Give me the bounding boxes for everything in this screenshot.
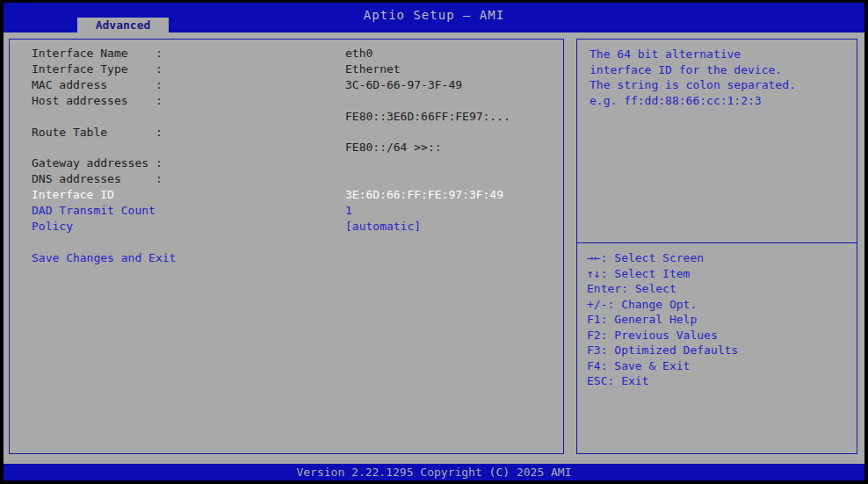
text-line: F1: General Help [587,312,853,328]
setting-value [345,235,558,250]
setting-value: FE80::3E6D:66FF:FE97:... [345,109,558,125]
text-line: F3: Optimized Defaults [587,343,853,358]
setting-row[interactable]: Save Changes and Exit [32,250,558,266]
bios-screen: Aptio Setup – AMI Advanced Interface Nam… [0,0,868,484]
setting-value: [automatic] [345,219,558,235]
main-panel: Interface Name : eth0 Interface Type : E… [4,33,864,464]
text-line: →←: Select Screen [587,250,853,266]
text-line: ESC: Exit [587,373,853,389]
setting-row: DNS addresses : [32,171,558,187]
setting-row [32,235,558,250]
setting-label [32,140,345,155]
text-line: ↑↓: Select Item [587,266,853,282]
setting-row: Gateway addresses : [32,155,558,171]
setting-value: Ethernet [345,61,558,77]
setting-label [32,235,345,250]
setting-label: Host addresses : [32,93,345,109]
setting-value: FE80::/64 >>:: [345,140,558,155]
tab-advanced[interactable]: Advanced [77,18,169,33]
setting-label: Interface Type : [32,61,345,77]
text-line: +/-: Change Opt. [587,297,853,313]
setting-label: Interface ID [32,187,345,203]
setting-label: Route Table : [32,125,345,141]
setting-value: eth0 [345,46,558,61]
setting-value: 1 [345,203,558,219]
setting-value: 3E:6D:66:FF:FE:97:3F:49 [345,187,558,203]
setting-value [345,155,558,171]
text-line: F2: Previous Values [587,328,853,343]
text-line: e.g. ff:dd:88:66:cc:1:2:3 [590,93,853,109]
text-line: The string is colon separated. [590,77,853,93]
text-line: interface ID for the device. [590,62,853,78]
setting-row: MAC address : 3C-6D-66-97-3F-49 [32,77,558,93]
setting-label: MAC address : [32,77,345,93]
setting-value [345,93,558,109]
help-text: The 64 bit alternativeinterface ID for t… [590,47,853,108]
setting-value [345,171,558,187]
setting-label: DNS addresses : [32,171,345,187]
setting-label: Save Changes and Exit [32,250,345,266]
setting-row[interactable]: Interface ID 3E:6D:66:FF:FE:97:3F:49 [32,187,558,203]
text-line: F4: Save & Exit [587,358,853,374]
setting-row: Interface Type : Ethernet [32,61,558,77]
setting-value [345,125,558,141]
setting-row: Host addresses : [32,93,558,109]
setting-row: FE80::3E6D:66FF:FE97:... [32,109,558,125]
text-line: The 64 bit alternative [590,47,853,62]
setting-row: Route Table : [32,125,558,141]
setting-label: Interface Name : [32,46,345,61]
setting-label: Policy [32,219,345,235]
setting-value: 3C-6D-66-97-3F-49 [345,77,558,93]
setting-label: DAD Transmit Count [32,203,345,219]
settings-panel: Interface Name : eth0 Interface Type : E… [9,39,564,454]
help-panel: The 64 bit alternativeinterface ID for t… [576,39,857,454]
settings-rows: Interface Name : eth0 Interface Type : E… [32,46,558,266]
setting-row: Interface Name : eth0 [32,46,558,61]
setting-label: Gateway addresses : [32,155,345,171]
help-divider [577,242,857,243]
setting-row[interactable]: DAD Transmit Count 1 [32,203,558,219]
setting-row: FE80::/64 >>:: [32,140,558,155]
setting-label [32,109,345,125]
footer-bar: Version 2.22.1295 Copyright (C) 2025 AMI [4,464,864,480]
key-hints: →←: Select Screen↑↓: Select ItemEnter: S… [587,250,853,389]
text-line: Enter: Select [587,281,853,297]
setting-row[interactable]: Policy [automatic] [32,219,558,235]
version-text: Version 2.22.1295 Copyright (C) 2025 AMI [4,464,864,480]
setting-value [345,250,558,266]
